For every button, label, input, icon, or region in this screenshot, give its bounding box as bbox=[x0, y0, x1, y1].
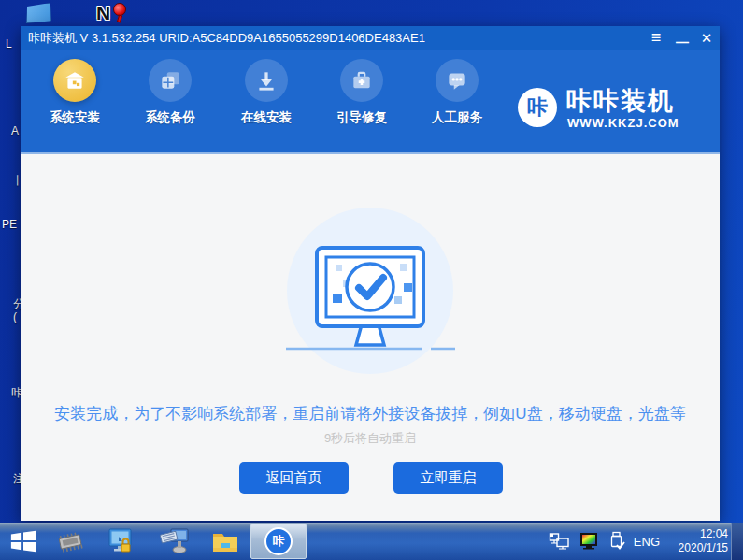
netkey-letter: N bbox=[96, 2, 110, 23]
show-desktop-button[interactable] bbox=[731, 523, 743, 560]
close-icon[interactable]: ✕ bbox=[695, 26, 718, 50]
folder-icon[interactable] bbox=[209, 527, 241, 555]
taskbar-clock[interactable]: 12:04 2020/1/15 bbox=[668, 527, 728, 555]
windows-logo-icon bbox=[9, 529, 37, 553]
desktop-netkey-icon[interactable]: N bbox=[96, 2, 134, 25]
monitor-check-icon bbox=[281, 244, 459, 354]
install-box-icon bbox=[53, 59, 96, 102]
display-settings-icon[interactable] bbox=[579, 532, 600, 551]
repair-toolbox-icon bbox=[340, 59, 383, 102]
backup-windows-icon bbox=[149, 59, 192, 102]
clock-time: 12:04 bbox=[668, 527, 728, 541]
nav-label: 人工服务 bbox=[424, 109, 490, 126]
install-complete-message: 安装完成，为了不影响系统部署，重启前请将外接设备拔掉，例如U盘，移动硬盘，光盘等 bbox=[21, 403, 720, 424]
minimize-icon[interactable]: — bbox=[671, 26, 693, 50]
red-key-stem bbox=[117, 15, 122, 23]
logo-title: 咔咔装机 bbox=[566, 84, 675, 118]
screen-lock-tool-icon[interactable] bbox=[105, 527, 136, 555]
restart-countdown: 9秒后将自动重启 bbox=[21, 430, 720, 447]
titlebar[interactable]: 咔咔装机 V 3.1.532.254 URID:A5C84DD9A1655055… bbox=[21, 26, 720, 50]
desktop-icon-label[interactable]: L bbox=[6, 37, 12, 50]
clock-date: 2020/1/15 bbox=[668, 541, 728, 555]
desktop-icon-label[interactable]: ( bbox=[13, 310, 17, 323]
menu-icon[interactable]: ≡ bbox=[645, 26, 667, 50]
usb-eject-icon[interactable] bbox=[608, 531, 625, 552]
kaka-app-icon: 咔 bbox=[264, 527, 293, 555]
nav-bar: 系统安装 系统备份 在线安装 bbox=[21, 50, 720, 154]
chat-service-icon bbox=[436, 59, 479, 102]
download-icon bbox=[245, 59, 288, 102]
desktop-pc-icon[interactable] bbox=[26, 3, 51, 23]
network-icon[interactable] bbox=[549, 532, 571, 551]
nav-item-system-backup[interactable]: 系统备份 bbox=[137, 59, 203, 126]
nav-label: 系统备份 bbox=[137, 109, 203, 126]
desktop-icon-label[interactable]: A bbox=[11, 124, 19, 137]
restart-button[interactable]: 立即重启 bbox=[393, 462, 503, 494]
taskbar: 咔 ENG 12:0 bbox=[0, 523, 743, 560]
nav-item-system-install[interactable]: 系统安装 bbox=[42, 59, 107, 126]
nav-label: 系统安装 bbox=[42, 109, 107, 126]
system-tray: ENG 12:04 2020/1/15 bbox=[549, 523, 728, 560]
language-indicator[interactable]: ENG bbox=[634, 535, 660, 549]
nav-item-online-install[interactable]: 在线安装 bbox=[234, 59, 299, 126]
nav-label: 在线安装 bbox=[234, 109, 299, 126]
home-button[interactable]: 返回首页 bbox=[239, 462, 349, 494]
taskbar-app-kaka[interactable]: 咔 bbox=[250, 524, 307, 559]
nav-item-human-service[interactable]: 人工服务 bbox=[424, 59, 490, 126]
nav-label: 引导修复 bbox=[329, 109, 394, 126]
brand-logo: 咔 咔咔装机 WWW.KKZJ.COM bbox=[518, 86, 693, 146]
logo-url: WWW.KKZJ.COM bbox=[567, 116, 679, 130]
main-content: 安装完成，为了不影响系统部署，重启前请将外接设备拔掉，例如U盘，移动硬盘，光盘等… bbox=[21, 156, 720, 521]
start-button[interactable] bbox=[7, 527, 39, 555]
installer-window: 咔咔装机 V 3.1.532.254 URID:A5C84DD9A1655055… bbox=[21, 26, 720, 521]
nav-item-boot-repair[interactable]: 引导修复 bbox=[329, 59, 394, 126]
logo-badge-icon: 咔 bbox=[518, 88, 557, 127]
window-title: 咔咔装机 V 3.1.532.254 URID:A5C84DD9A1655055… bbox=[28, 31, 425, 45]
memory-chip-icon[interactable] bbox=[54, 527, 86, 555]
computer-keyboard-icon[interactable] bbox=[159, 527, 191, 555]
